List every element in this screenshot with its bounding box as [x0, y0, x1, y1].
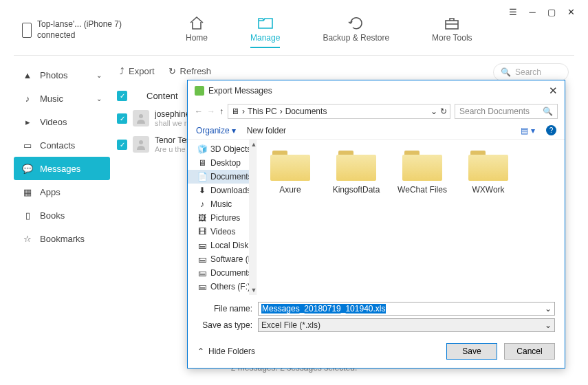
maximize-button[interactable]: ▢ [547, 7, 556, 16]
breadcrumb-sep: › [242, 107, 245, 116]
sidebar-item-contacts[interactable]: ▭Contacts [14, 133, 110, 157]
folder-item[interactable]: Axure [263, 151, 317, 195]
folder-icon: 🖥 [231, 107, 239, 116]
tree-item[interactable]: 🖥Desktop [188, 156, 256, 170]
sidebar-item-videos[interactable]: ▸Videos [14, 110, 110, 133]
contacts-icon: ▭ [22, 140, 33, 151]
sidebar: ▲Photos⌄ ♪Music⌄ ▸Videos ▭Contacts 💬Mess… [14, 63, 110, 250]
address-refresh[interactable]: ↻ [440, 107, 447, 116]
close-button[interactable]: ✕ [566, 7, 576, 16]
message-preview: Are u the [155, 145, 190, 153]
help-icon[interactable]: ? [546, 125, 556, 135]
breadcrumb-item[interactable]: This PC [248, 107, 277, 116]
breadcrumb-item[interactable]: Documents [285, 107, 327, 116]
drive-icon: 🖴 [197, 268, 207, 278]
address-bar[interactable]: 🖥 › This PC › Documents ⌄ ↻ [228, 104, 450, 119]
menu-icon[interactable]: ☰ [508, 7, 518, 16]
chevron-down-icon[interactable]: ⌄ [545, 304, 552, 314]
folder-tree[interactable]: 🧊3D Objects 🖥Desktop 📄Documents ⬇Downloa… [188, 140, 257, 295]
tree-item[interactable]: 📄Documents [188, 170, 256, 184]
hide-folders-button[interactable]: ⌃Hide Folders [197, 346, 255, 356]
folder-icon [270, 151, 310, 181]
folder-icon [468, 151, 508, 181]
sidebar-item-music[interactable]: ♪Music⌄ [14, 87, 110, 110]
drive-icon: 🖴 [197, 282, 207, 292]
nav-home[interactable]: Home [186, 15, 208, 48]
nav-label: Manage [250, 33, 280, 43]
avatar [133, 110, 149, 126]
desktop-icon: 🖥 [197, 158, 207, 168]
apps-icon: ▦ [22, 186, 33, 197]
organize-button[interactable]: Organize ▾ [196, 126, 236, 135]
documents-icon: 📄 [197, 172, 207, 182]
sidebar-item-apps[interactable]: ▦Apps [14, 180, 110, 204]
export-icon: ⤴ [120, 66, 124, 76]
chevron-down-icon: ⌄ [96, 72, 102, 79]
folder-item[interactable]: KingsoftData [329, 151, 383, 195]
device-name: Top-lanse'... (iPhone 7) [37, 19, 122, 30]
folder-item[interactable]: WeChat Files [395, 151, 449, 195]
refresh-button[interactable]: ↻Refresh [168, 66, 212, 76]
nav-up-button[interactable]: ↑ [219, 107, 224, 116]
dialog-search-input[interactable]: Search Documents🔍 [455, 104, 558, 119]
sidebar-item-photos[interactable]: ▲Photos⌄ [14, 63, 110, 87]
tree-item[interactable]: ♪Music [188, 197, 256, 211]
folder-pane[interactable]: Axure KingsoftData WeChat Files WXWork [257, 140, 565, 295]
message-preview: shall we r [155, 119, 190, 127]
tree-item[interactable]: 🖴Others (F:) [188, 280, 256, 294]
device-header: Top-lanse'... (iPhone 7) connected [22, 19, 122, 41]
search-icon: 🔍 [543, 107, 553, 116]
export-button[interactable]: ⤴Export [120, 66, 155, 76]
row-checkbox[interactable]: ✓ [117, 140, 127, 150]
chevron-down-icon: ⌄ [96, 95, 102, 102]
filename-input[interactable]: Messages_20180719_101940.xls⌄ [258, 302, 555, 316]
folder-item[interactable]: WXWork [461, 151, 515, 195]
tree-item[interactable]: 🖴Local Disk (C:) [188, 239, 256, 252]
savetype-label: Save as type: [197, 320, 252, 330]
tree-item[interactable]: ⬇Downloads [188, 184, 256, 197]
nav-manage[interactable]: Manage [250, 15, 280, 48]
top-nav: Home Manage Backup & Restore More Tools [186, 15, 472, 48]
tree-item[interactable]: 🖴Documents (E:) [188, 266, 256, 280]
search-icon: 🔍 [501, 67, 511, 77]
cancel-button[interactable]: Cancel [504, 343, 555, 360]
savetype-select[interactable]: Excel File (*.xls)⌄ [258, 318, 555, 332]
tree-item[interactable]: 🎞Videos [188, 225, 256, 239]
tree-scrollbar[interactable]: ▲▼ [249, 140, 257, 295]
search-input[interactable]: 🔍Search [493, 63, 569, 81]
row-checkbox[interactable]: ✓ [117, 113, 127, 124]
dialog-close-button[interactable]: ✕ [549, 85, 558, 97]
tree-item[interactable]: 🖼Pictures [188, 211, 256, 225]
new-folder-button[interactable]: New folder [247, 126, 286, 135]
nav-forward-button[interactable]: → [207, 107, 215, 116]
chevron-down-icon[interactable]: ⌄ [545, 320, 552, 330]
nav-label: More Tools [432, 33, 472, 43]
messages-icon: 💬 [22, 163, 33, 174]
address-dropdown[interactable]: ⌄ [431, 107, 437, 116]
tree-item[interactable]: 🧊3D Objects [188, 142, 256, 156]
save-button[interactable]: Save [446, 343, 497, 360]
sender-name: Tenor Tes [155, 135, 190, 145]
tree-item[interactable]: 🖴Software (D:) [188, 252, 256, 266]
music-lib-icon: ♪ [197, 199, 207, 209]
sidebar-item-messages[interactable]: 💬Messages [14, 157, 110, 180]
sender-name: josephine [155, 109, 190, 119]
device-status: connected [37, 30, 122, 41]
dialog-titlebar: Export Messages ✕ [188, 80, 565, 101]
minimize-button[interactable]: ─ [527, 7, 537, 16]
filename-label: File name: [197, 304, 252, 314]
nav-backup[interactable]: Backup & Restore [323, 15, 389, 48]
nav-tools[interactable]: More Tools [432, 15, 472, 48]
dialog-nav: ← → ↑ 🖥 › This PC › Documents ⌄ ↻ Search… [188, 101, 565, 122]
backup-icon [348, 15, 364, 30]
chevron-up-icon: ⌃ [197, 346, 204, 356]
sidebar-item-books[interactable]: ▯Books [14, 204, 110, 227]
select-all-checkbox[interactable]: ✓ [117, 91, 127, 101]
sidebar-item-bookmarks[interactable]: ☆Bookmarks [14, 227, 110, 250]
chevron-down-icon: ▾ [531, 126, 535, 135]
content-toolbar: ⤴Export ↻Refresh [120, 66, 211, 76]
column-header: Content [146, 91, 178, 101]
chevron-down-icon: ▾ [232, 126, 236, 135]
nav-back-button[interactable]: ← [195, 107, 203, 116]
view-options-button[interactable]: ▤ ▾ [521, 126, 535, 135]
